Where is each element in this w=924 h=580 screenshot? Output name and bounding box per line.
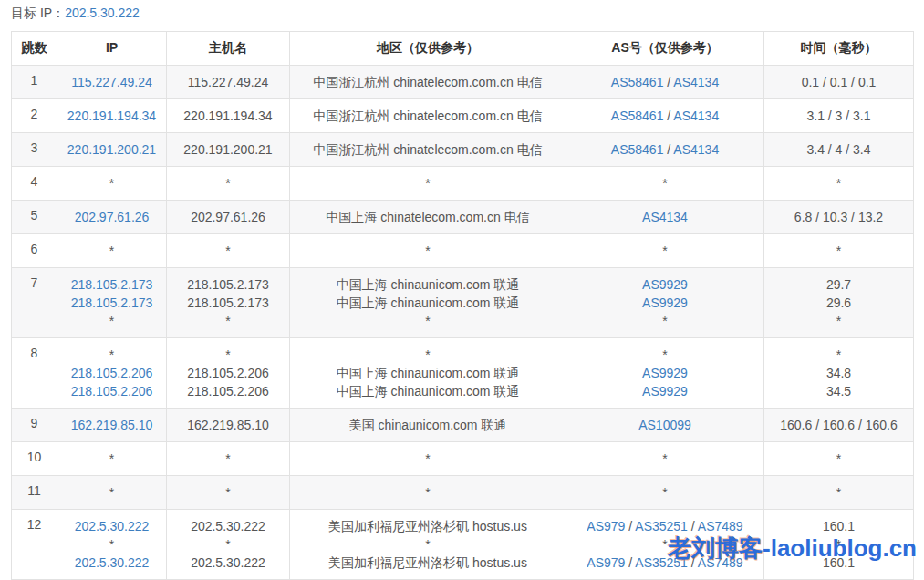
asn-separator: /	[663, 109, 673, 123]
trace-table-body: 1115.227.49.24115.227.49.24中国浙江杭州 chinat…	[12, 66, 914, 580]
ip-link[interactable]: 202.97.61.26	[75, 210, 150, 224]
time-cell: *	[764, 167, 914, 201]
as-link[interactable]: AS979	[587, 555, 625, 570]
host-value: *	[225, 347, 230, 362]
time-value: 160.1	[823, 555, 855, 570]
as-link[interactable]: AS58461	[611, 142, 664, 157]
ip-link[interactable]: 218.105.2.206	[71, 366, 153, 380]
asn-separator: /	[625, 555, 635, 570]
as-link[interactable]: AS4134	[673, 142, 719, 157]
host-cell: 220.191.194.34	[167, 99, 290, 133]
region-value: 美国加利福尼亚州洛杉矶 hostus.us	[328, 555, 527, 570]
target-ip-value[interactable]: 202.5.30.222	[65, 5, 140, 20]
ip-link[interactable]: 220.191.200.21	[67, 142, 156, 157]
table-row: 11*****	[12, 476, 914, 510]
table-row: 5202.97.61.26202.97.61.26中国上海 chinatelec…	[12, 201, 914, 234]
region-cell: 中国上海 chinaunicom.com 联通中国上海 chinaunicom.…	[290, 268, 566, 338]
table-row: 3220.191.200.21220.191.200.21中国浙江杭州 chin…	[12, 133, 914, 167]
host-value: *	[225, 314, 230, 328]
as-link[interactable]: AS9929	[642, 384, 688, 399]
time-value: 6.8 / 10.3 / 13.2	[794, 210, 883, 224]
host-value: 220.191.200.21	[183, 142, 272, 157]
region-value: 中国上海 chinaunicom.com 联通	[337, 366, 520, 380]
ip-placeholder: *	[109, 176, 114, 191]
asn-separator: /	[663, 142, 673, 157]
host-cell: 202.5.30.222*202.5.30.222	[167, 510, 290, 580]
asn-cell: AS4134	[566, 201, 764, 234]
ip-link[interactable]: 218.105.2.173	[71, 295, 153, 310]
col-header-region: 地区（仅供参考）	[290, 32, 566, 66]
trace-table: 跳数 IP 主机名 地区（仅供参考） AS号（仅供参考） 时间（毫秒） 1115…	[11, 31, 914, 580]
ip-placeholder: *	[109, 537, 114, 552]
ip-link[interactable]: 220.191.194.34	[67, 109, 156, 123]
as-link[interactable]: AS58461	[611, 109, 664, 123]
time-cell: *	[764, 442, 914, 476]
ip-link[interactable]: 218.105.2.206	[71, 384, 153, 399]
asn-cell: AS58461 / AS4134	[566, 99, 764, 133]
host-cell: *	[167, 234, 290, 268]
as-link[interactable]: AS4134	[642, 210, 688, 224]
hop-cell: 8	[12, 338, 57, 409]
time-value: 29.7	[826, 277, 851, 292]
as-link[interactable]: AS35251	[635, 519, 688, 533]
time-value: 34.8	[826, 366, 851, 380]
host-cell: *	[167, 442, 290, 476]
ip-link[interactable]: 202.5.30.222	[75, 555, 150, 570]
time-value: 3.1 / 3 / 3.1	[806, 109, 870, 123]
ip-cell: 220.191.200.21	[57, 133, 167, 167]
time-cell: *34.834.5	[764, 338, 914, 409]
host-cell: *218.105.2.206218.105.2.206	[167, 338, 290, 409]
ip-link[interactable]: 162.219.85.10	[71, 418, 153, 432]
ip-cell: 202.5.30.222*202.5.30.222	[57, 510, 167, 580]
time-value: 0.1 / 0.1 / 0.1	[802, 75, 877, 89]
as-link[interactable]: AS10099	[638, 418, 691, 432]
region-value: 美国 chinaunicom.com 联通	[349, 418, 507, 432]
ip-cell: *218.105.2.206218.105.2.206	[57, 338, 167, 409]
asn-separator: /	[663, 75, 673, 89]
hop-cell: 12	[12, 510, 57, 580]
as-link[interactable]: AS4134	[673, 109, 719, 123]
ip-cell: 220.191.194.34	[57, 99, 167, 133]
asn-placeholder: *	[662, 485, 667, 500]
ip-placeholder: *	[109, 314, 114, 328]
region-cell: *	[290, 442, 566, 476]
ip-link[interactable]: 218.105.2.173	[71, 277, 153, 292]
host-value: *	[225, 176, 230, 191]
as-link[interactable]: AS4134	[673, 75, 719, 89]
host-value: 218.105.2.206	[187, 366, 269, 380]
region-value: *	[425, 537, 430, 552]
col-header-asn: AS号（仅供参考）	[566, 32, 764, 66]
region-value: 中国上海 chinaunicom.com 联通	[337, 277, 520, 292]
ip-cell: *	[57, 234, 167, 268]
ip-link[interactable]: 202.5.30.222	[75, 519, 150, 533]
ip-cell: *	[57, 476, 167, 510]
time-cell: 6.8 / 10.3 / 13.2	[764, 201, 914, 234]
as-link[interactable]: AS979	[587, 519, 625, 533]
host-value: 218.105.2.173	[187, 295, 269, 310]
time-cell: 29.729.6*	[764, 268, 914, 338]
col-header-ip: IP	[57, 32, 167, 66]
hop-cell: 1	[12, 66, 57, 99]
hop-cell: 10	[12, 442, 57, 476]
as-link[interactable]: AS9929	[642, 277, 688, 292]
col-header-host: 主机名	[167, 32, 290, 66]
as-link[interactable]: AS7489	[698, 519, 743, 533]
host-cell: *	[167, 476, 290, 510]
asn-placeholder: *	[662, 451, 667, 466]
time-value: 160.1	[823, 519, 855, 533]
table-header-row: 跳数 IP 主机名 地区（仅供参考） AS号（仅供参考） 时间（毫秒）	[12, 32, 914, 66]
host-value: *	[225, 451, 230, 466]
time-value: 3.4 / 4 / 3.4	[806, 142, 870, 157]
asn-separator: /	[688, 555, 698, 570]
as-link[interactable]: AS35251	[635, 555, 688, 570]
table-row: 6*****	[12, 234, 914, 268]
time-cell: 160.1*160.1	[764, 510, 914, 580]
as-link[interactable]: AS7489	[698, 555, 743, 570]
region-value: *	[425, 314, 430, 328]
ip-cell: 218.105.2.173218.105.2.173*	[57, 268, 167, 338]
as-link[interactable]: AS58461	[611, 75, 664, 89]
time-value: *	[836, 347, 841, 362]
as-link[interactable]: AS9929	[642, 366, 688, 380]
as-link[interactable]: AS9929	[642, 295, 688, 310]
ip-link[interactable]: 115.227.49.24	[71, 75, 152, 89]
